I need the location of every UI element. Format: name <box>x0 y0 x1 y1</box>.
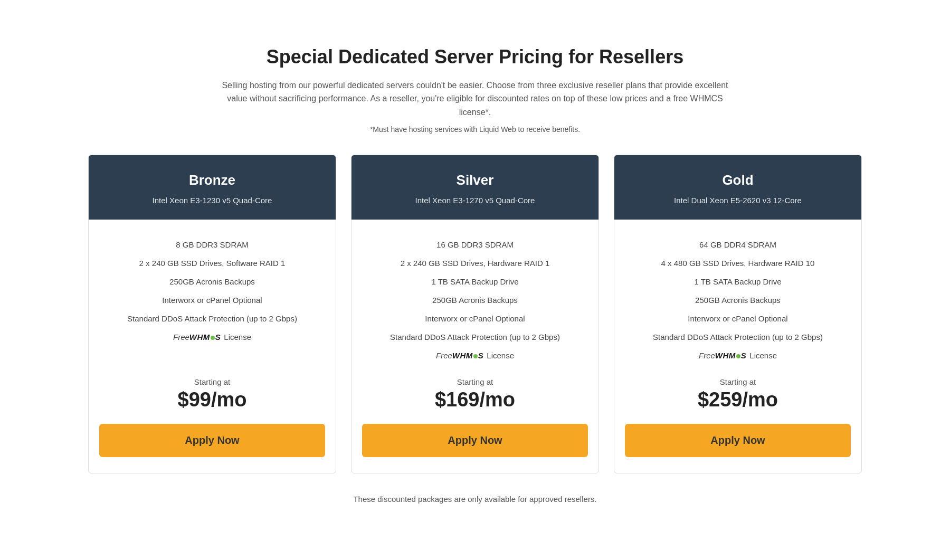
price-silver: $169/mo <box>362 388 588 411</box>
whmcs-label: License <box>487 350 514 361</box>
plan-features-silver: 16 GB DDR3 SDRAM 2 x 240 GB SSD Drives, … <box>362 235 588 365</box>
feature-item: 2 x 240 GB SSD Drives, Hardware RAID 1 <box>362 254 588 272</box>
plan-body-silver: 16 GB DDR3 SDRAM 2 x 240 GB SSD Drives, … <box>352 220 598 473</box>
page-wrapper: Special Dedicated Server Pricing for Res… <box>0 25 950 536</box>
feature-item: 250GB Acronis Backups <box>362 291 588 309</box>
whmcs-logo: FreeWHMS <box>699 350 746 361</box>
plan-processor-gold: Intel Dual Xeon E5-2620 v3 12-Core <box>625 196 851 205</box>
feature-item: 64 GB DDR4 SDRAM <box>625 235 851 254</box>
whmcs-logo: FreeWHMS <box>436 350 483 361</box>
starting-at-gold: Starting at <box>625 377 851 386</box>
starting-at-silver: Starting at <box>362 377 588 386</box>
footer-note: These discounted packages are only avail… <box>32 495 918 504</box>
plan-features-gold: 64 GB DDR4 SDRAM 4 x 480 GB SSD Drives, … <box>625 235 851 365</box>
plan-card-gold: Gold Intel Dual Xeon E5-2620 v3 12-Core … <box>614 155 862 473</box>
plan-body-bronze: 8 GB DDR3 SDRAM 2 x 240 GB SSD Drives, S… <box>89 220 336 473</box>
feature-item: 1 TB SATA Backup Drive <box>362 272 588 291</box>
plan-name-gold: Gold <box>625 172 851 188</box>
apply-button-silver[interactable]: Apply Now <box>362 424 588 457</box>
feature-item: 4 x 480 GB SSD Drives, Hardware RAID 10 <box>625 254 851 272</box>
whmcs-feature-gold: FreeWHMS License <box>625 346 851 365</box>
plan-pricing-bronze: Starting at $99/mo <box>99 377 325 411</box>
plans-grid: Bronze Intel Xeon E3-1230 v5 Quad-Core 8… <box>32 155 918 473</box>
feature-item: 8 GB DDR3 SDRAM <box>99 235 325 254</box>
plan-pricing-silver: Starting at $169/mo <box>362 377 588 411</box>
feature-item: 16 GB DDR3 SDRAM <box>362 235 588 254</box>
feature-item: 2 x 240 GB SSD Drives, Software RAID 1 <box>99 254 325 272</box>
whmcs-label: License <box>224 331 251 343</box>
plan-processor-bronze: Intel Xeon E3-1230 v5 Quad-Core <box>99 196 325 205</box>
page-note: *Must have hosting services with Liquid … <box>32 125 918 134</box>
plan-card-silver: Silver Intel Xeon E3-1270 v5 Quad-Core 1… <box>351 155 599 473</box>
whmcs-logo: FreeWHMS <box>173 331 221 343</box>
feature-item: Interworx or cPanel Optional <box>625 309 851 328</box>
price-gold: $259/mo <box>625 388 851 411</box>
whmcs-feature-bronze: FreeWHMS License <box>99 328 325 346</box>
feature-item: Interworx or cPanel Optional <box>362 309 588 328</box>
feature-item: Interworx or cPanel Optional <box>99 291 325 309</box>
plan-card-bronze: Bronze Intel Xeon E3-1230 v5 Quad-Core 8… <box>88 155 336 473</box>
plan-header-gold: Gold Intel Dual Xeon E5-2620 v3 12-Core <box>614 155 861 220</box>
plan-features-bronze: 8 GB DDR3 SDRAM 2 x 240 GB SSD Drives, S… <box>99 235 325 365</box>
plan-processor-silver: Intel Xeon E3-1270 v5 Quad-Core <box>362 196 588 205</box>
feature-item: 250GB Acronis Backups <box>625 291 851 309</box>
plan-name-bronze: Bronze <box>99 172 325 188</box>
plan-body-gold: 64 GB DDR4 SDRAM 4 x 480 GB SSD Drives, … <box>614 220 861 473</box>
price-bronze: $99/mo <box>99 388 325 411</box>
feature-item: Standard DDoS Attack Protection (up to 2… <box>99 309 325 328</box>
plan-pricing-gold: Starting at $259/mo <box>625 377 851 411</box>
plan-header-bronze: Bronze Intel Xeon E3-1230 v5 Quad-Core <box>89 155 336 220</box>
feature-item: 1 TB SATA Backup Drive <box>625 272 851 291</box>
starting-at-bronze: Starting at <box>99 377 325 386</box>
whmcs-label: License <box>749 350 777 361</box>
page-header: Special Dedicated Server Pricing for Res… <box>32 46 918 134</box>
feature-item: 250GB Acronis Backups <box>99 272 325 291</box>
apply-button-gold[interactable]: Apply Now <box>625 424 851 457</box>
whmcs-feature-silver: FreeWHMS License <box>362 346 588 365</box>
page-title: Special Dedicated Server Pricing for Res… <box>32 46 918 68</box>
feature-item: Standard DDoS Attack Protection (up to 2… <box>362 328 588 346</box>
feature-item: Standard DDoS Attack Protection (up to 2… <box>625 328 851 346</box>
plan-header-silver: Silver Intel Xeon E3-1270 v5 Quad-Core <box>352 155 598 220</box>
plan-name-silver: Silver <box>362 172 588 188</box>
page-subtitle: Selling hosting from our powerful dedica… <box>211 79 739 119</box>
apply-button-bronze[interactable]: Apply Now <box>99 424 325 457</box>
